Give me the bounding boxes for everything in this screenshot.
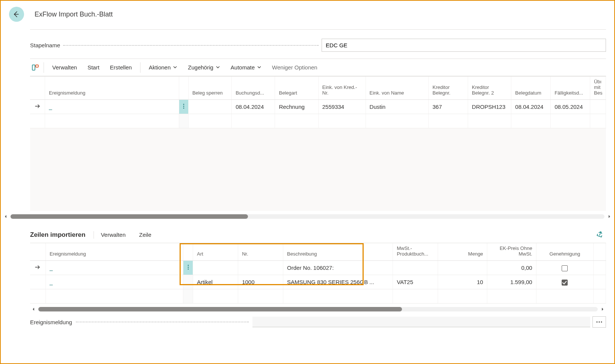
share-icon[interactable] xyxy=(596,230,606,239)
footer-event-input[interactable] xyxy=(252,317,590,327)
lines-scrollbar[interactable] xyxy=(30,306,606,313)
line-vat[interactable]: VAT25 xyxy=(393,275,438,289)
col-extra[interactable]: Übı mit Bes xyxy=(590,77,606,100)
svg-rect-2 xyxy=(36,65,38,67)
dotted-leader xyxy=(63,45,319,46)
lcol-description[interactable]: Beschreibung xyxy=(283,243,393,261)
lcol-unit-cost[interactable]: EK-Preis Ohne MwSt. xyxy=(487,243,536,261)
lcol-vat[interactable]: MwSt.-Produktbuch... xyxy=(393,243,438,261)
cell-doc-date[interactable]: 08.04.2024 xyxy=(511,100,551,114)
line-description[interactable]: Order No. 106027: xyxy=(283,261,393,275)
line-type[interactable] xyxy=(193,261,238,275)
chevron-down-icon xyxy=(257,64,261,71)
cell-posting-date[interactable]: 08.04.2024 xyxy=(232,100,275,114)
line-row[interactable]: _ Artikel 1000 SAMSUNG 830 SERIES 256GB … xyxy=(30,275,606,289)
svg-point-4 xyxy=(183,106,184,107)
col-doc-date[interactable]: Belegdatum xyxy=(511,77,551,100)
line-qty[interactable] xyxy=(438,261,487,275)
lcol-approval[interactable]: Genehmigung xyxy=(536,243,594,261)
table-row-empty[interactable] xyxy=(30,114,606,128)
cell-lock[interactable] xyxy=(188,100,231,114)
batch-label: Stapelname xyxy=(30,42,60,48)
table-row[interactable]: _ 08.04.2024 Rechnung 2559334 Dustin 367… xyxy=(30,100,606,114)
col-vendor-doc-no[interactable]: Kreditor Belegnr. xyxy=(429,77,468,100)
chevron-down-icon xyxy=(216,64,220,71)
svg-point-9 xyxy=(597,322,598,323)
line-row-empty[interactable] xyxy=(30,289,606,304)
col-lock[interactable]: Beleg sperren xyxy=(188,77,231,100)
toolbar-fewer-options[interactable]: Weniger Optionen xyxy=(267,60,323,75)
lcol-event[interactable]: Ereignismeldung xyxy=(45,243,183,261)
line-no[interactable]: 1000 xyxy=(238,275,283,289)
cell-vendor-doc-no[interactable]: 367 xyxy=(429,100,468,114)
row-indicator-icon[interactable] xyxy=(30,100,45,114)
svg-rect-1 xyxy=(32,65,35,70)
scroll-right-icon[interactable] xyxy=(606,215,613,218)
ellipsis-icon xyxy=(596,321,603,323)
col-posting-date[interactable]: Buchungsd... xyxy=(232,77,275,100)
scroll-right-icon[interactable] xyxy=(599,307,606,311)
lines-line[interactable]: Zeile xyxy=(132,232,158,238)
footer-event-label: Ereignismeldung xyxy=(30,319,72,325)
toolbar-related[interactable]: Zugehörig xyxy=(183,60,225,75)
line-menu-button[interactable] xyxy=(183,261,193,275)
line-vat[interactable] xyxy=(393,261,438,275)
svg-point-7 xyxy=(187,267,189,268)
line-row[interactable]: _ Order No. 106027: 0,00 xyxy=(30,261,606,275)
lines-title: Zeilen importieren xyxy=(30,231,94,239)
line-qty[interactable]: 10 xyxy=(438,275,487,289)
toolbar-actions[interactable]: Aktionen xyxy=(144,60,183,75)
toolbar-create[interactable]: Erstellen xyxy=(105,60,137,75)
lines-manage[interactable]: Verwalten xyxy=(94,232,132,238)
col-due-date[interactable]: Fälligkeitsd... xyxy=(551,77,590,100)
svg-point-8 xyxy=(187,269,189,270)
scroll-left-icon[interactable] xyxy=(2,215,9,218)
svg-point-11 xyxy=(601,322,602,323)
cell-due-date[interactable]: 08.05.2024 xyxy=(551,100,590,114)
more-button[interactable] xyxy=(592,316,606,328)
line-description[interactable]: SAMSUNG 830 SERIES 256GB ... xyxy=(283,275,393,289)
svg-point-5 xyxy=(183,108,184,109)
main-grid-scrollbar[interactable] xyxy=(2,213,613,220)
col-vendor-doc-no2[interactable]: Kreditor Belegnr. 2 xyxy=(468,77,511,100)
line-type[interactable]: Artikel xyxy=(193,275,238,289)
row-indicator-icon[interactable] xyxy=(30,261,45,275)
col-event[interactable]: Ereignismeldung xyxy=(45,77,179,100)
line-unit-cost[interactable]: 0,00 xyxy=(487,261,536,275)
back-button[interactable] xyxy=(9,7,24,22)
cell-buy-from-no[interactable]: 2559334 xyxy=(318,100,366,114)
cell-vendor-doc-no2[interactable]: DROPSH123 xyxy=(468,100,511,114)
lines-grid: Ereignismeldung Art Nr. Beschreibung MwS… xyxy=(30,243,606,304)
view-mode-icon[interactable] xyxy=(30,64,41,71)
col-doc-type[interactable]: Belegart xyxy=(275,77,318,100)
scroll-left-icon[interactable] xyxy=(30,307,37,311)
line-unit-cost[interactable]: 1.599,00 xyxy=(487,275,536,289)
svg-point-6 xyxy=(187,265,189,266)
main-grid: Ereignismeldung Beleg sperren Buchungsd.… xyxy=(30,77,606,128)
lcol-no[interactable]: Nr. xyxy=(238,243,283,261)
cell-buy-from-name[interactable]: Dustin xyxy=(366,100,429,114)
toolbar: Verwalten Start Erstellen Aktionen Zugeh… xyxy=(30,59,606,77)
line-no[interactable] xyxy=(238,261,283,275)
line-approved[interactable] xyxy=(536,275,594,289)
event-value[interactable]: _ xyxy=(49,104,52,110)
arrow-left-icon xyxy=(12,11,20,18)
lcol-qty[interactable]: Menge xyxy=(438,243,487,261)
line-event-value[interactable]: _ xyxy=(50,279,53,285)
chevron-down-icon xyxy=(173,64,177,71)
lcol-type[interactable]: Art xyxy=(193,243,238,261)
toolbar-automate[interactable]: Automate xyxy=(225,60,267,75)
toolbar-manage[interactable]: Verwalten xyxy=(47,60,82,75)
line-approved[interactable] xyxy=(536,261,594,275)
col-buy-from-name[interactable]: Eink. von Name xyxy=(366,77,429,100)
batch-input[interactable] xyxy=(322,39,606,52)
col-buy-from-no[interactable]: Eink. von Kred.-Nr. xyxy=(318,77,366,100)
svg-point-3 xyxy=(183,104,184,105)
line-event-value[interactable]: _ xyxy=(50,265,53,271)
page-title: ExFlow Import Buch.-Blatt xyxy=(35,11,113,18)
svg-point-10 xyxy=(599,322,600,323)
row-menu-button[interactable] xyxy=(179,100,188,114)
dotted-leader xyxy=(76,322,249,322)
toolbar-start[interactable]: Start xyxy=(82,60,105,75)
cell-doc-type[interactable]: Rechnung xyxy=(275,100,318,114)
